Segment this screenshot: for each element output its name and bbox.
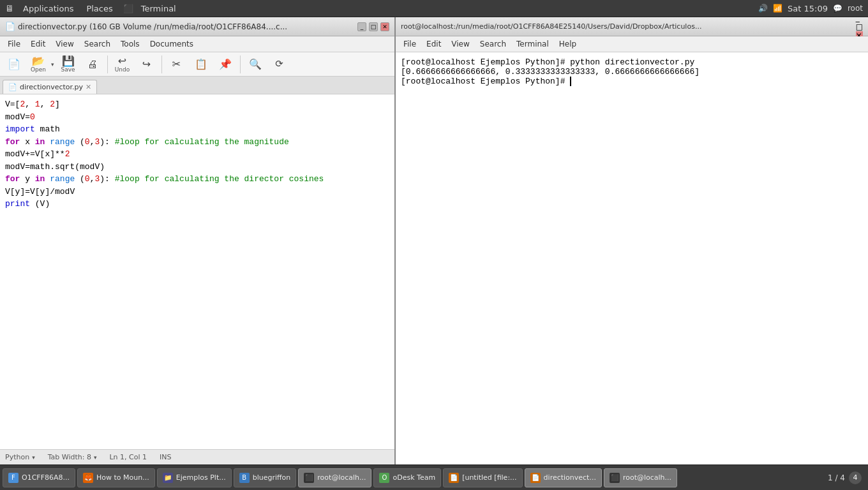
taskbar-icon-directionvect: 📄: [530, 473, 541, 483]
print-button[interactable]: 🖨: [81, 54, 104, 75]
terminal-menu-help[interactable]: Help: [554, 38, 581, 50]
editor-tab-directionvector[interactable]: 📄 directionvector.py ✕: [3, 80, 97, 94]
editor-menu-file[interactable]: File: [3, 38, 26, 50]
terminal-line-1: [root@localhost Ejemplos Python]# python…: [401, 57, 863, 67]
new-button[interactable]: 📄: [3, 54, 26, 75]
taskbar-icon-untitled: 📄: [449, 473, 459, 483]
terminal-menu[interactable]: Terminal: [136, 3, 181, 15]
save-icon: 💾: [62, 56, 75, 66]
editor-menubar: File Edit View Search Tools Documents: [0, 36, 394, 52]
terminal-line-3: [root@localhost Ejemplos Python]#: [401, 77, 863, 86]
editor-menu-documents[interactable]: Documents: [145, 38, 198, 50]
editor-content[interactable]: V=[2, 1, 2] modV=0 import math for x in …: [0, 94, 394, 449]
taskbar-item-01cff[interactable]: F O1CFF86A8...: [3, 468, 75, 487]
taskbar-item-ejemplos[interactable]: 📁 Ejemplos Plt...: [157, 468, 232, 487]
taskbar-item-untitled[interactable]: 📄 [untitled [file:...: [443, 468, 522, 487]
open-button[interactable]: 📂 Open: [27, 54, 50, 75]
taskbar-icon-bluegriffon: B: [239, 473, 250, 483]
code-line-8: V[y]=V[y]/modV: [5, 186, 389, 198]
editor-close-btn[interactable]: ✕: [380, 22, 389, 31]
clock: Sat 15:09: [788, 4, 828, 13]
page-btn[interactable]: 4: [849, 471, 862, 484]
terminal-menu-view[interactable]: View: [446, 38, 474, 50]
open-button-group[interactable]: 📂 Open ▾: [27, 54, 56, 75]
replace-button[interactable]: ⟳: [268, 54, 291, 75]
redo-icon: ↪: [142, 59, 151, 70]
editor-menu-view[interactable]: View: [50, 38, 79, 50]
editor-menu-tools[interactable]: Tools: [116, 38, 145, 50]
taskbar: F O1CFF86A8... 🦊 How to Moun... 📁 Ejempl…: [0, 464, 868, 490]
user-label: root: [848, 4, 863, 13]
taskbar-item-bluegriffon[interactable]: B bluegriffon: [234, 468, 297, 487]
main-area: 📄 directionvector.py (160 GB Volume /run…: [0, 17, 868, 464]
toolbar-sep-1: [107, 56, 108, 73]
new-icon: 📄: [8, 59, 20, 70]
network-icon: 📶: [773, 4, 782, 13]
editor-minimize-btn[interactable]: _: [357, 22, 366, 31]
terminal-menu-edit[interactable]: Edit: [421, 38, 446, 50]
undo-button[interactable]: ↩ Undo: [111, 54, 134, 75]
code-line-7: for y in range (0,3): #loop for calculat…: [5, 173, 389, 186]
terminal-menu-terminal[interactable]: Terminal: [511, 38, 554, 50]
code-line-2: modV=0: [5, 111, 389, 124]
paste-button[interactable]: 📌: [214, 54, 237, 75]
tab-width-status[interactable]: Tab Width: 8 ▾: [48, 453, 97, 461]
code-line-1: V=[2, 1, 2]: [5, 98, 389, 111]
terminal-menu-file[interactable]: File: [398, 38, 421, 50]
tab-close-btn[interactable]: ✕: [86, 83, 91, 91]
copy-button[interactable]: 📋: [190, 54, 213, 75]
taskbar-item-directionvect[interactable]: 📄 directionvect...: [525, 468, 602, 487]
replace-icon: ⟳: [275, 59, 283, 69]
terminal-line-2: [0.6666666666666666, 0.3333333333333333,…: [401, 67, 863, 77]
taskbar-item-odesk[interactable]: O oDesk Team: [373, 468, 441, 487]
lang-status[interactable]: Python ▾: [5, 453, 35, 461]
terminal-titlebar: root@localhost:/run/media/root/O1CFF86A8…: [396, 17, 868, 36]
terminal-minimize-btn[interactable]: _: [856, 13, 863, 22]
terminal-content[interactable]: [root@localhost Ejemplos Python]# python…: [396, 52, 868, 464]
editor-menu-search[interactable]: Search: [79, 38, 116, 50]
save-label: Save: [61, 66, 75, 73]
toolbar-sep-2: [161, 56, 162, 73]
open-arrow[interactable]: ▾: [50, 61, 56, 68]
taskbar-label-directionvect: directionvect...: [544, 473, 596, 482]
volume-icon: 🔊: [758, 4, 768, 13]
applications-menu[interactable]: Applications: [18, 3, 79, 15]
editor-menu-edit[interactable]: Edit: [26, 38, 50, 50]
print-icon: 🖨: [87, 59, 98, 70]
cut-button[interactable]: ✂: [165, 54, 188, 75]
mode-label: INS: [160, 453, 171, 461]
code-line-3: import math: [5, 123, 389, 136]
tab-label: directionvector.py: [20, 83, 83, 91]
copy-icon: 📋: [195, 59, 207, 70]
tab-file-icon: 📄: [8, 83, 17, 91]
tab-width-chevron: ▾: [94, 454, 97, 461]
redo-button[interactable]: ↪: [135, 54, 158, 75]
places-menu[interactable]: Places: [81, 3, 117, 15]
terminal-icon: ⬛: [123, 4, 133, 13]
code-line-9: print (V): [5, 198, 389, 211]
terminal-menubar: File Edit View Search Terminal Help: [396, 36, 868, 52]
save-button[interactable]: 💾 Save: [57, 54, 80, 75]
taskbar-item-root-term2[interactable]: ⬛ root@localh...: [604, 468, 677, 487]
taskbar-label-root-term2: root@localh...: [623, 473, 671, 482]
find-button[interactable]: 🔍: [244, 54, 267, 75]
top-menubar: 🖥 Applications Places ⬛ Terminal 🔊 📶 Sat…: [0, 0, 868, 17]
undo-icon: ↩: [118, 56, 126, 66]
taskbar-item-root-term1[interactable]: ⬛ root@localh...: [298, 468, 371, 487]
position-label: Ln 1, Col 1: [109, 453, 147, 461]
editor-statusbar: Python ▾ Tab Width: 8 ▾ Ln 1, Col 1 INS: [0, 449, 394, 464]
editor-maximize-btn[interactable]: □: [369, 22, 378, 31]
taskbar-label-bluegriffon: bluegriffon: [253, 473, 291, 482]
taskbar-item-howto[interactable]: 🦊 How to Moun...: [77, 468, 155, 487]
code-line-6: modV=math.sqrt(modV): [5, 161, 389, 174]
terminal-maximize-btn[interactable]: □: [856, 22, 863, 31]
terminal-menu-search[interactable]: Search: [475, 38, 511, 50]
taskbar-icon-root-term1: ⬛: [304, 473, 314, 483]
taskbar-icon-ejemplos: 📁: [163, 473, 173, 483]
taskbar-label-root-term1: root@localh...: [317, 473, 366, 482]
page-indicator: 1 / 4: [828, 473, 845, 482]
taskbar-label-howto: How to Moun...: [96, 473, 149, 482]
taskbar-label-odesk: oDesk Team: [393, 473, 435, 482]
position-status: Ln 1, Col 1: [109, 453, 147, 461]
terminal-title: root@localhost:/run/media/root/O1CFF86A8…: [401, 22, 856, 31]
